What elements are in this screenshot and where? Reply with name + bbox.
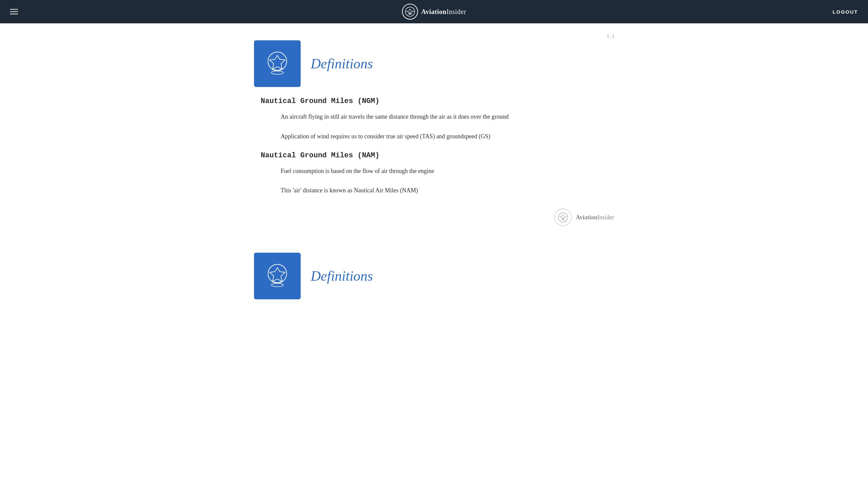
- term-ngm-bullets: An aircraft flying in still air travels …: [281, 112, 614, 141]
- slide-section-1: Definitions Nautical Ground Miles (NGM) …: [254, 40, 614, 233]
- term-nam: Nautical Ground Miles (NAM) Fuel consump…: [254, 151, 614, 196]
- slide-title-1: Definitions: [311, 56, 373, 72]
- term-ngm: Nautical Ground Miles (NGM) An aircraft …: [254, 97, 614, 141]
- watermark-text: AviationInsider: [576, 214, 614, 221]
- svg-point-5: [271, 283, 283, 287]
- bullet-ngm-1: An aircraft flying in still air travels …: [281, 112, 614, 122]
- slide-icon-1: [254, 40, 301, 87]
- slide-top-indicator: (...): [254, 30, 614, 40]
- header-logo-icon: [402, 4, 418, 19]
- slide-header-2: Definitions: [254, 253, 614, 299]
- watermark-icon: [554, 209, 572, 226]
- slide-section-2: Definitions: [254, 253, 614, 299]
- main-content: (...) Definitions Nautical Ground Miles …: [234, 23, 634, 339]
- header-logo-text: AviationInsider: [421, 8, 466, 16]
- slide-icon-2: [254, 253, 301, 299]
- menu-button[interactable]: [10, 9, 18, 14]
- watermark: AviationInsider: [254, 205, 614, 233]
- term-nam-heading: Nautical Ground Miles (NAM): [261, 151, 614, 160]
- bullet-nam-1: Fuel consumption is based on the flow of…: [281, 166, 614, 176]
- term-ngm-heading: Nautical Ground Miles (NGM): [261, 97, 614, 105]
- header: AviationInsider LOGOUT: [0, 0, 868, 23]
- svg-point-2: [271, 71, 283, 74]
- term-nam-bullets: Fuel consumption is based on the flow of…: [281, 166, 614, 196]
- header-logo: AviationInsider: [402, 4, 466, 19]
- slide-title-2: Definitions: [311, 268, 373, 284]
- bullet-ngm-2: Application of wind requires us to consi…: [281, 132, 614, 141]
- bullet-nam-2: This 'air' distance is known as Nautical…: [281, 186, 614, 195]
- slide-header-1: Definitions: [254, 40, 614, 87]
- logout-button[interactable]: LOGOUT: [833, 9, 858, 15]
